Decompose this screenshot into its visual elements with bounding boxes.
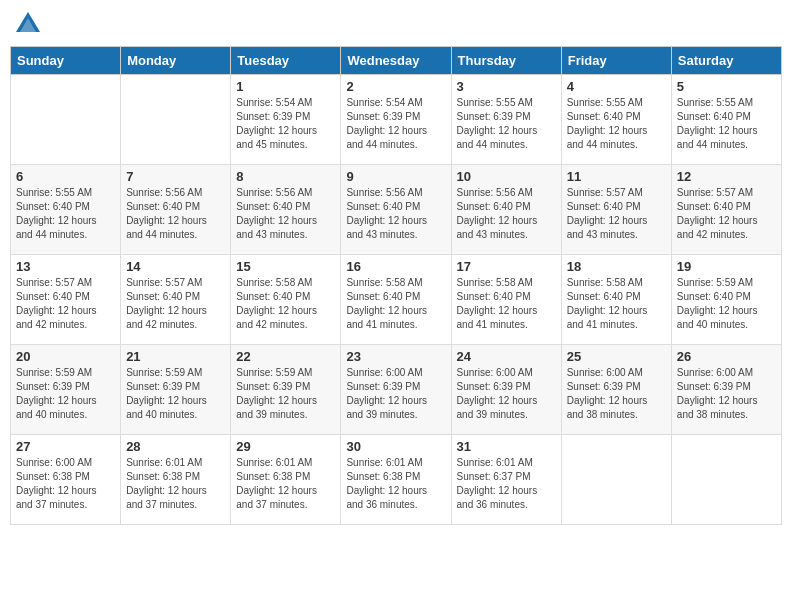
day-number: 14 — [126, 259, 225, 274]
day-info: Sunrise: 5:55 AMSunset: 6:40 PMDaylight:… — [16, 186, 115, 242]
day-number: 9 — [346, 169, 445, 184]
day-number: 15 — [236, 259, 335, 274]
day-number: 2 — [346, 79, 445, 94]
calendar-week-row: 13 Sunrise: 5:57 AMSunset: 6:40 PMDaylig… — [11, 255, 782, 345]
day-info: Sunrise: 5:58 AMSunset: 6:40 PMDaylight:… — [346, 276, 445, 332]
calendar-cell: 10 Sunrise: 5:56 AMSunset: 6:40 PMDaylig… — [451, 165, 561, 255]
calendar-cell: 30 Sunrise: 6:01 AMSunset: 6:38 PMDaylig… — [341, 435, 451, 525]
day-info: Sunrise: 5:59 AMSunset: 6:39 PMDaylight:… — [236, 366, 335, 422]
calendar-cell: 11 Sunrise: 5:57 AMSunset: 6:40 PMDaylig… — [561, 165, 671, 255]
day-number: 22 — [236, 349, 335, 364]
calendar-cell: 21 Sunrise: 5:59 AMSunset: 6:39 PMDaylig… — [121, 345, 231, 435]
day-info: Sunrise: 5:54 AMSunset: 6:39 PMDaylight:… — [236, 96, 335, 152]
calendar-cell: 9 Sunrise: 5:56 AMSunset: 6:40 PMDayligh… — [341, 165, 451, 255]
calendar-cell: 12 Sunrise: 5:57 AMSunset: 6:40 PMDaylig… — [671, 165, 781, 255]
calendar-cell: 2 Sunrise: 5:54 AMSunset: 6:39 PMDayligh… — [341, 75, 451, 165]
day-number: 19 — [677, 259, 776, 274]
day-info: Sunrise: 6:01 AMSunset: 6:37 PMDaylight:… — [457, 456, 556, 512]
calendar-cell: 15 Sunrise: 5:58 AMSunset: 6:40 PMDaylig… — [231, 255, 341, 345]
day-info: Sunrise: 5:59 AMSunset: 6:39 PMDaylight:… — [126, 366, 225, 422]
calendar-cell: 27 Sunrise: 6:00 AMSunset: 6:38 PMDaylig… — [11, 435, 121, 525]
calendar-cell: 3 Sunrise: 5:55 AMSunset: 6:39 PMDayligh… — [451, 75, 561, 165]
day-number: 29 — [236, 439, 335, 454]
day-number: 21 — [126, 349, 225, 364]
day-info: Sunrise: 6:01 AMSunset: 6:38 PMDaylight:… — [126, 456, 225, 512]
day-info: Sunrise: 5:59 AMSunset: 6:40 PMDaylight:… — [677, 276, 776, 332]
day-info: Sunrise: 5:56 AMSunset: 6:40 PMDaylight:… — [126, 186, 225, 242]
day-info: Sunrise: 5:55 AMSunset: 6:39 PMDaylight:… — [457, 96, 556, 152]
calendar-cell: 26 Sunrise: 6:00 AMSunset: 6:39 PMDaylig… — [671, 345, 781, 435]
calendar-cell: 13 Sunrise: 5:57 AMSunset: 6:40 PMDaylig… — [11, 255, 121, 345]
calendar-week-row: 6 Sunrise: 5:55 AMSunset: 6:40 PMDayligh… — [11, 165, 782, 255]
calendar-cell: 18 Sunrise: 5:58 AMSunset: 6:40 PMDaylig… — [561, 255, 671, 345]
day-info: Sunrise: 5:54 AMSunset: 6:39 PMDaylight:… — [346, 96, 445, 152]
calendar-cell: 6 Sunrise: 5:55 AMSunset: 6:40 PMDayligh… — [11, 165, 121, 255]
day-number: 20 — [16, 349, 115, 364]
calendar-table: SundayMondayTuesdayWednesdayThursdayFrid… — [10, 46, 782, 525]
day-info: Sunrise: 5:56 AMSunset: 6:40 PMDaylight:… — [457, 186, 556, 242]
day-info: Sunrise: 5:57 AMSunset: 6:40 PMDaylight:… — [126, 276, 225, 332]
day-number: 13 — [16, 259, 115, 274]
calendar-cell: 20 Sunrise: 5:59 AMSunset: 6:39 PMDaylig… — [11, 345, 121, 435]
day-number: 23 — [346, 349, 445, 364]
day-info: Sunrise: 5:55 AMSunset: 6:40 PMDaylight:… — [677, 96, 776, 152]
day-number: 8 — [236, 169, 335, 184]
day-info: Sunrise: 5:57 AMSunset: 6:40 PMDaylight:… — [677, 186, 776, 242]
day-number: 31 — [457, 439, 556, 454]
day-number: 16 — [346, 259, 445, 274]
calendar-cell: 16 Sunrise: 5:58 AMSunset: 6:40 PMDaylig… — [341, 255, 451, 345]
calendar-cell: 8 Sunrise: 5:56 AMSunset: 6:40 PMDayligh… — [231, 165, 341, 255]
day-number: 3 — [457, 79, 556, 94]
weekday-header-friday: Friday — [561, 47, 671, 75]
calendar-cell: 1 Sunrise: 5:54 AMSunset: 6:39 PMDayligh… — [231, 75, 341, 165]
calendar-cell: 24 Sunrise: 6:00 AMSunset: 6:39 PMDaylig… — [451, 345, 561, 435]
calendar-cell — [671, 435, 781, 525]
calendar-cell: 28 Sunrise: 6:01 AMSunset: 6:38 PMDaylig… — [121, 435, 231, 525]
day-number: 25 — [567, 349, 666, 364]
logo — [14, 10, 46, 38]
weekday-header-saturday: Saturday — [671, 47, 781, 75]
weekday-header-row: SundayMondayTuesdayWednesdayThursdayFrid… — [11, 47, 782, 75]
calendar-cell: 23 Sunrise: 6:00 AMSunset: 6:39 PMDaylig… — [341, 345, 451, 435]
day-info: Sunrise: 5:58 AMSunset: 6:40 PMDaylight:… — [567, 276, 666, 332]
page-header — [10, 10, 782, 38]
weekday-header-tuesday: Tuesday — [231, 47, 341, 75]
day-number: 27 — [16, 439, 115, 454]
day-number: 7 — [126, 169, 225, 184]
day-number: 10 — [457, 169, 556, 184]
logo-icon — [14, 10, 42, 38]
calendar-cell: 14 Sunrise: 5:57 AMSunset: 6:40 PMDaylig… — [121, 255, 231, 345]
day-number: 24 — [457, 349, 556, 364]
calendar-cell: 4 Sunrise: 5:55 AMSunset: 6:40 PMDayligh… — [561, 75, 671, 165]
day-number: 4 — [567, 79, 666, 94]
day-number: 26 — [677, 349, 776, 364]
calendar-cell: 7 Sunrise: 5:56 AMSunset: 6:40 PMDayligh… — [121, 165, 231, 255]
day-number: 1 — [236, 79, 335, 94]
day-info: Sunrise: 5:56 AMSunset: 6:40 PMDaylight:… — [236, 186, 335, 242]
day-info: Sunrise: 6:01 AMSunset: 6:38 PMDaylight:… — [236, 456, 335, 512]
calendar-cell: 19 Sunrise: 5:59 AMSunset: 6:40 PMDaylig… — [671, 255, 781, 345]
calendar-week-row: 1 Sunrise: 5:54 AMSunset: 6:39 PMDayligh… — [11, 75, 782, 165]
day-number: 18 — [567, 259, 666, 274]
calendar-cell: 31 Sunrise: 6:01 AMSunset: 6:37 PMDaylig… — [451, 435, 561, 525]
calendar-cell: 25 Sunrise: 6:00 AMSunset: 6:39 PMDaylig… — [561, 345, 671, 435]
day-number: 11 — [567, 169, 666, 184]
day-info: Sunrise: 6:00 AMSunset: 6:39 PMDaylight:… — [457, 366, 556, 422]
calendar-week-row: 20 Sunrise: 5:59 AMSunset: 6:39 PMDaylig… — [11, 345, 782, 435]
calendar-cell: 17 Sunrise: 5:58 AMSunset: 6:40 PMDaylig… — [451, 255, 561, 345]
day-info: Sunrise: 5:56 AMSunset: 6:40 PMDaylight:… — [346, 186, 445, 242]
day-info: Sunrise: 5:59 AMSunset: 6:39 PMDaylight:… — [16, 366, 115, 422]
weekday-header-thursday: Thursday — [451, 47, 561, 75]
calendar-cell — [11, 75, 121, 165]
day-info: Sunrise: 5:57 AMSunset: 6:40 PMDaylight:… — [567, 186, 666, 242]
day-number: 5 — [677, 79, 776, 94]
calendar-week-row: 27 Sunrise: 6:00 AMSunset: 6:38 PMDaylig… — [11, 435, 782, 525]
weekday-header-monday: Monday — [121, 47, 231, 75]
day-info: Sunrise: 5:58 AMSunset: 6:40 PMDaylight:… — [236, 276, 335, 332]
day-number: 12 — [677, 169, 776, 184]
day-number: 28 — [126, 439, 225, 454]
calendar-cell: 22 Sunrise: 5:59 AMSunset: 6:39 PMDaylig… — [231, 345, 341, 435]
weekday-header-wednesday: Wednesday — [341, 47, 451, 75]
day-info: Sunrise: 6:01 AMSunset: 6:38 PMDaylight:… — [346, 456, 445, 512]
calendar-cell — [121, 75, 231, 165]
